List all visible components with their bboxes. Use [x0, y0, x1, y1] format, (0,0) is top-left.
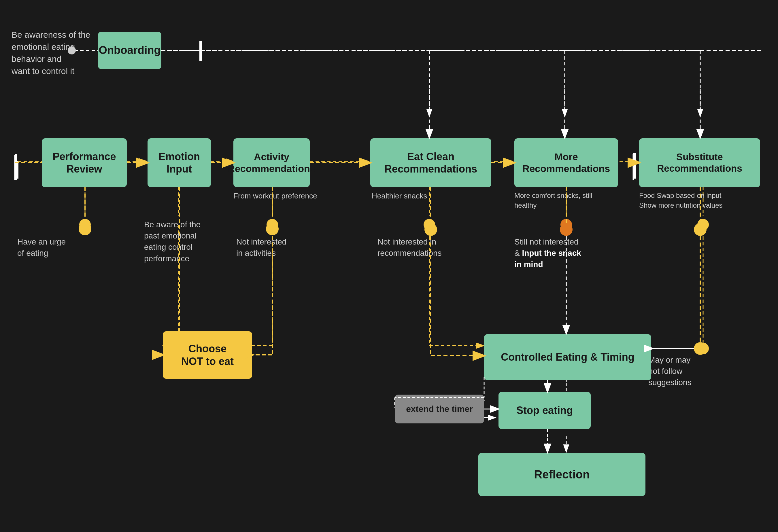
flow-arrows [0, 0, 778, 532]
label-from-workout: From workout preference [233, 191, 317, 201]
node-extend-timer[interactable]: extend the timer [395, 394, 484, 423]
node-activity-recommendations[interactable]: ActivityRecommendations [233, 138, 310, 187]
node-reflection[interactable]: Reflection [478, 453, 645, 496]
svg-point-27 [560, 219, 572, 231]
node-eat-clean[interactable]: Eat CleanRecommendations [370, 138, 491, 187]
node-stop-eating[interactable]: Stop eating [498, 392, 591, 429]
svg-point-29 [697, 219, 709, 231]
node-controlled-eating-timing[interactable]: Controlled Eating & Timing [484, 334, 651, 380]
label-may-or-may-not: May or maynot followsuggestions [648, 354, 691, 388]
label-not-interested-recs: Not interested inrecommendations [378, 236, 442, 259]
node-onboarding[interactable]: Onboarding [98, 32, 161, 69]
stop-bar-top [200, 41, 202, 61]
label-not-interested-activities: Not interestedin activities [236, 236, 287, 259]
node-substitute-recommendations[interactable]: SubstituteRecommendations [639, 138, 760, 187]
intro-label: Be awareness of theemotional eatingbehav… [11, 29, 90, 77]
node-choose-not-to-eat[interactable]: ChooseNOT to eat [163, 331, 252, 379]
label-food-swap: Food Swap based on inputShow more nutrit… [639, 191, 722, 210]
stop-bar-more [633, 153, 636, 179]
svg-point-20 [79, 219, 91, 231]
node-emotion-input[interactable]: EmotionInput [148, 138, 211, 187]
node-performance-review[interactable]: PerformanceReview [42, 138, 127, 187]
svg-point-25 [423, 219, 435, 231]
label-more-comfort: More comfort snacks, stillhealthy [514, 191, 593, 210]
label-still-not-interested: Still not interested& Input the snackin … [514, 236, 581, 270]
node-more-recommendations[interactable]: MoreRecommendations [514, 138, 618, 187]
intro-circle [68, 47, 76, 55]
label-healthier-snacks: Healthier snacks [372, 191, 427, 201]
label-be-aware: Be aware of thepast emotionaleating cont… [144, 219, 201, 264]
label-have-urge: Have an urgeof eating [17, 236, 66, 259]
stop-bar-left [15, 154, 17, 180]
diagram-container: Be awareness of theemotional eatingbehav… [0, 0, 778, 532]
